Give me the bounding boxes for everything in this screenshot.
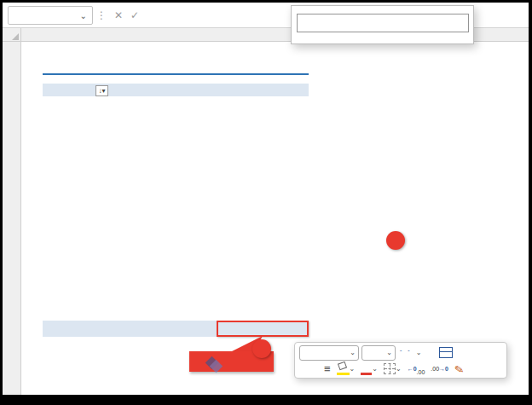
accounting-format-button[interactable]: ⌄: [414, 345, 424, 361]
chevron-down-icon: ⌄: [350, 349, 356, 356]
comma-style-button[interactable]: [431, 345, 435, 361]
font-color-icon: [361, 362, 372, 375]
cancel-icon[interactable]: ✕: [114, 9, 123, 21]
pivot-header-row: [43, 84, 309, 96]
format-painter-icon[interactable]: ✎: [452, 360, 467, 377]
fill-color-button[interactable]: ⌄: [335, 362, 357, 377]
grow-font-button[interactable]: ˆ: [398, 345, 403, 361]
name-box-chevron-icon[interactable]: ⌄: [80, 11, 87, 20]
font-name-select[interactable]: ⌄: [299, 345, 359, 361]
name-box[interactable]: ⌄: [8, 6, 93, 25]
bold-button[interactable]: [310, 362, 314, 377]
chevron-down-icon: ⌄: [386, 349, 392, 356]
format-table-button[interactable]: [437, 345, 454, 361]
menu-search-input[interactable]: [297, 14, 469, 32]
percent-style-button[interactable]: [425, 345, 429, 361]
italic-button[interactable]: [316, 362, 320, 377]
font-color-button[interactable]: ⌄: [359, 362, 379, 377]
borders-grid-icon: [384, 363, 396, 374]
select-all-corner[interactable]: [3, 28, 21, 42]
row-header-bar: [3, 42, 21, 395]
borders-button[interactable]: ⌄: [382, 362, 403, 377]
shrink-font-button[interactable]: ˇ: [406, 345, 411, 361]
step-1-badge: [252, 339, 271, 358]
spreadsheet-title: [43, 54, 309, 75]
decrease-decimal-button[interactable]: .00→0: [429, 362, 450, 377]
step-2-badge: [386, 231, 405, 250]
excel-screenshot: ⌄ ⋮ ✕ ✓ ↓▾: [0, 0, 532, 405]
enter-icon[interactable]: ✓: [130, 9, 139, 21]
more-dots-icon: ⋮: [96, 9, 107, 21]
table-icon: [439, 347, 453, 358]
mini-toolbar: ⌄ ⌄ ˆ ˇ ⌄ ≡ ⌄ ⌄ ⌄ ←0.00 .00→0 ✎: [294, 342, 507, 379]
row-labels-filter-button[interactable]: ↓▾: [95, 85, 108, 96]
paint-bucket-icon: [337, 362, 350, 375]
alignment-icon[interactable]: ≡: [322, 362, 332, 377]
context-menu: [291, 5, 474, 44]
font-size-select[interactable]: ⌄: [361, 345, 396, 361]
increase-decimal-button[interactable]: ←0.00: [406, 362, 427, 377]
